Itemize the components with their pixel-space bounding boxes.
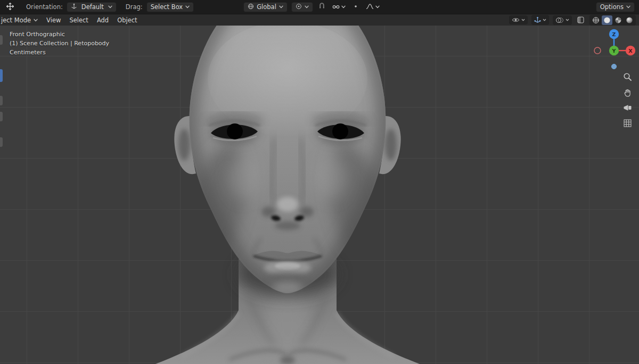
camera-view-button[interactable] [622, 103, 633, 114]
toolbar-edge-fragment[interactable] [0, 96, 3, 105]
move-tool-button[interactable] [4, 1, 16, 13]
xray-icon [577, 16, 584, 23]
toolbar-edge [0, 26, 3, 364]
chevron-down-icon [543, 19, 546, 21]
toolbar-edge-fragment[interactable] [0, 112, 3, 121]
visibility-group [509, 15, 528, 24]
chevron-down-icon [305, 5, 309, 9]
units-text: Centimeters [10, 48, 109, 57]
view-name-text: Front Orthographic [10, 30, 109, 39]
menu-add[interactable]: Add [93, 15, 113, 26]
tool-settings-bar: Orientation: Default Drag: Select Box Gl… [0, 0, 639, 14]
eye-icon [512, 17, 520, 23]
pan-button[interactable] [622, 88, 633, 98]
transform-orientation-value: Global [257, 3, 276, 11]
orientation-value: Default [80, 3, 105, 11]
globe-icon [248, 3, 254, 11]
orientation-dropdown[interactable]: Default [67, 2, 117, 12]
move-tool-icon [6, 2, 14, 12]
proportional-falloff-dropdown[interactable] [364, 2, 381, 12]
shading-group [589, 15, 636, 26]
orientation-label: Orientation: [26, 3, 63, 11]
shading-rendered-button[interactable] [624, 15, 635, 25]
magnet-icon [318, 3, 325, 11]
hand-icon [624, 88, 632, 98]
ortho-toggle-button[interactable] [622, 119, 633, 129]
snapping-toggle[interactable] [317, 2, 327, 12]
snap-with-icon [332, 3, 340, 11]
shading-material-button[interactable] [613, 15, 624, 25]
xray-toggle[interactable] [576, 15, 586, 24]
pivot-point-dropdown[interactable] [291, 2, 313, 12]
falloff-curve-icon [366, 3, 374, 11]
drag-dropdown[interactable]: Select Box [146, 2, 194, 12]
chevron-down-icon [108, 5, 112, 9]
viewport-header: ject Mode View Select Add Object [0, 14, 639, 26]
overlays-group [553, 15, 572, 25]
chevron-down-icon [375, 5, 380, 9]
camera-icon [623, 104, 632, 113]
gizmos-group [531, 15, 549, 25]
material-sphere-icon [615, 16, 622, 24]
overlays-icon [555, 17, 564, 23]
chevron-down-icon [521, 19, 525, 21]
chevron-down-icon [566, 19, 569, 21]
transform-orientation-dropdown[interactable]: Global [243, 2, 288, 12]
drag-value: Select Box [151, 3, 183, 11]
show-gizmos-dropdown[interactable] [532, 15, 548, 24]
transform-options-group: Global [243, 2, 381, 12]
object-visibility-dropdown[interactable] [510, 16, 527, 24]
show-overlays-dropdown[interactable] [554, 16, 571, 24]
grid-icon [624, 119, 632, 129]
proportional-editing-toggle[interactable] [351, 2, 361, 12]
chevron-down-icon [185, 5, 190, 9]
chevron-down-icon [341, 5, 346, 9]
axis-y-label: Y [612, 48, 616, 54]
toolbar-edge-active-tool[interactable] [0, 69, 3, 82]
axis-z-label: Z [612, 31, 616, 37]
zoom-button[interactable] [622, 72, 633, 83]
axis-neg-z-ball[interactable] [611, 64, 616, 69]
mode-dropdown[interactable]: ject Mode [0, 15, 42, 25]
menu-object[interactable]: Object [113, 15, 141, 26]
3d-viewport[interactable]: Front Orthographic (1) Scene Collection … [0, 26, 639, 364]
magnifier-icon [623, 72, 632, 83]
options-dropdown[interactable]: Options [596, 2, 635, 12]
toolbar-edge-fragment[interactable] [0, 137, 3, 147]
axis-x-label: X [628, 48, 633, 54]
gizmo-axes-icon [534, 16, 541, 23]
menu-select[interactable]: Select [65, 15, 92, 26]
viewport-nav-controls [622, 72, 633, 129]
wireframe-sphere-icon [592, 16, 600, 24]
transform-orientation-icon [71, 3, 77, 11]
pivot-point-icon [296, 3, 302, 11]
shading-solid-button[interactable] [602, 15, 612, 25]
snapping-dropdown[interactable] [331, 2, 347, 12]
head-model[interactable] [149, 26, 437, 364]
axis-neg-x-ball[interactable] [594, 47, 601, 54]
chevron-down-icon [34, 19, 38, 22]
viewport-header-controls [509, 15, 639, 26]
options-label: Options [600, 3, 624, 11]
viewport-text-overlay: Front Orthographic (1) Scene Collection … [10, 30, 109, 57]
shading-wireframe-button[interactable] [591, 15, 601, 25]
blender-window: Orientation: Default Drag: Select Box Gl… [0, 0, 639, 364]
menu-view[interactable]: View [42, 15, 65, 26]
proportional-dot-icon [353, 3, 359, 11]
view-axis-gizmo[interactable]: Z X Y [592, 28, 636, 73]
chevron-down-icon [279, 5, 283, 9]
rendered-sphere-icon [626, 16, 633, 24]
scene-info-text: (1) Scene Collection | Retopobody [10, 39, 109, 48]
toolbar-edge-fragment[interactable] [0, 35, 3, 45]
mode-value: ject Mode [1, 16, 31, 24]
solid-sphere-icon [603, 16, 611, 24]
chevron-down-icon [626, 5, 630, 9]
drag-label: Drag: [126, 3, 143, 11]
